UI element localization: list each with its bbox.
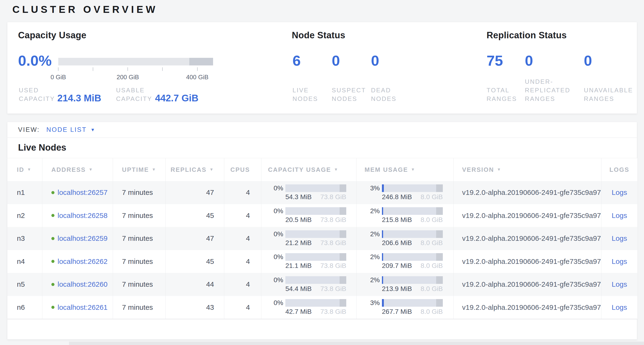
metric-label: SUSPECTNODES bbox=[332, 86, 366, 103]
usage-bar bbox=[286, 276, 346, 284]
column-header-address[interactable]: ADDRESS▼ bbox=[42, 158, 113, 181]
usage-used-value: 20.5 MiB bbox=[286, 216, 312, 224]
chevron-down-icon: ▼ bbox=[90, 127, 96, 133]
usage-values: 54.3 MiB73.8 GiB bbox=[286, 193, 346, 201]
address-link[interactable]: localhost:26259 bbox=[58, 234, 108, 242]
cell-mem-usage: 2%213.9 MiB8.0 GiB bbox=[356, 273, 454, 296]
column-header-replicas[interactable]: REPLICAS▼ bbox=[166, 158, 224, 181]
cell-address: localhost:26260 bbox=[42, 273, 113, 296]
usage-bar-fill bbox=[382, 230, 383, 238]
logs-link[interactable]: Logs bbox=[612, 303, 627, 311]
usage-bar-reserved-segment bbox=[340, 184, 346, 192]
cell-cpus: 4 bbox=[224, 273, 261, 296]
cell-replicas: 45 bbox=[166, 204, 224, 227]
cell-mem-usage: 3%267.7 MiB8.0 GiB bbox=[356, 296, 454, 319]
metric-label-line: SUSPECT bbox=[332, 86, 366, 95]
column-header-label: REPLICAS bbox=[170, 166, 206, 173]
logs-link[interactable]: Logs bbox=[612, 257, 627, 265]
metric-label-line: UNAVAILABLE bbox=[584, 86, 633, 95]
live-nodes-title: Live Nodes bbox=[18, 143, 66, 153]
address-link[interactable]: localhost:26257 bbox=[58, 188, 108, 197]
usage-bar-line: 2% bbox=[364, 230, 443, 238]
logs-link[interactable]: Logs bbox=[612, 234, 627, 242]
column-header-capacity[interactable]: CAPACITY USAGE▼ bbox=[261, 158, 356, 181]
table-row: n5localhost:262607 minutes4440%54.4 MiB7… bbox=[7, 273, 637, 296]
usage-percent-label: 3% bbox=[364, 184, 380, 192]
cell-node-id: n5 bbox=[7, 273, 42, 296]
view-mode-dropdown[interactable]: NODE LIST ▼ bbox=[46, 126, 96, 134]
stat-label-line: USED bbox=[19, 86, 55, 95]
usage-bar-line: 0% bbox=[268, 184, 346, 192]
column-header-id[interactable]: ID▼ bbox=[7, 158, 42, 181]
sort-caret-icon: ▼ bbox=[89, 167, 93, 172]
version-text: v19.2.0-alpha.20190606-2491-gfe735c9a97 bbox=[462, 257, 601, 265]
capacity-usage-bar bbox=[58, 58, 213, 66]
usage-total-value: 73.8 GiB bbox=[320, 193, 346, 201]
column-header-label: ADDRESS bbox=[51, 166, 86, 173]
usage-bar-fill bbox=[382, 299, 384, 307]
column-header-uptime[interactable]: UPTIME▼ bbox=[113, 158, 166, 181]
usage-total-value: 73.8 GiB bbox=[320, 239, 346, 247]
metric-value: 0 bbox=[584, 52, 592, 69]
cell-capacity-usage: 0%21.2 MiB73.8 GiB bbox=[261, 227, 356, 250]
usage-bar bbox=[286, 184, 346, 192]
metric-value: 0 bbox=[371, 52, 379, 69]
usage-bar bbox=[382, 184, 443, 192]
cell-mem-usage: 2%206.6 MiB8.0 GiB bbox=[356, 227, 454, 250]
bottom-strip bbox=[69, 342, 644, 345]
column-header-version[interactable]: VERSION▼ bbox=[454, 158, 602, 181]
address-link[interactable]: localhost:26258 bbox=[58, 211, 108, 220]
usage-total-value: 8.0 GiB bbox=[421, 216, 443, 224]
capacity-stat-label: USEDCAPACITY bbox=[19, 86, 55, 103]
view-mode-selected: NODE LIST bbox=[46, 126, 87, 134]
usage-bar-line: 3% bbox=[364, 299, 443, 307]
usage-percent-label: 2% bbox=[364, 207, 380, 215]
cell-logs: Logs bbox=[602, 250, 637, 273]
usage-used-value: 267.7 MiB bbox=[382, 308, 412, 315]
usage-bar-fill bbox=[382, 207, 383, 215]
usage-used-value: 213.9 MiB bbox=[382, 285, 412, 293]
cell-uptime: 7 minutes bbox=[113, 181, 166, 204]
cell-logs: Logs bbox=[602, 296, 637, 319]
usage-bar-line: 0% bbox=[268, 276, 346, 284]
cell-uptime: 7 minutes bbox=[113, 296, 166, 319]
cell-node-id: n1 bbox=[7, 181, 42, 204]
logs-link[interactable]: Logs bbox=[612, 211, 627, 220]
address-link[interactable]: localhost:26262 bbox=[58, 257, 108, 265]
usage-percent-label: 0% bbox=[268, 299, 283, 307]
usage-total-value: 73.8 GiB bbox=[320, 216, 346, 224]
usage-bar-reserved-segment bbox=[340, 276, 346, 284]
cell-node-id: n2 bbox=[7, 204, 42, 227]
cluster-summary-card: Capacity Usage 0.0% 0 GiB200 GiB400 GiB … bbox=[7, 22, 637, 114]
usage-total-value: 8.0 GiB bbox=[421, 193, 443, 201]
address-link[interactable]: localhost:26260 bbox=[58, 280, 108, 288]
cell-address: localhost:26258 bbox=[42, 204, 113, 227]
live-status-dot-icon bbox=[51, 306, 54, 309]
axis-tick bbox=[197, 67, 198, 71]
stat-label-line: CAPACITY bbox=[116, 95, 152, 103]
cell-replicas: 47 bbox=[166, 227, 224, 250]
logs-link[interactable]: Logs bbox=[612, 188, 627, 197]
usage-bar-line: 2% bbox=[364, 207, 443, 215]
metric-label-line: RANGES bbox=[525, 95, 570, 103]
usage-total-value: 73.8 GiB bbox=[320, 262, 346, 270]
axis-tick-label: 400 GiB bbox=[186, 74, 208, 81]
capacity-stat-label: USABLECAPACITY bbox=[116, 86, 152, 103]
column-header-cpus: CPUS bbox=[224, 158, 261, 181]
usage-values: 20.5 MiB73.8 GiB bbox=[286, 216, 346, 224]
metric-label-line: REPLICATED bbox=[525, 86, 570, 95]
usage-bar bbox=[286, 253, 346, 261]
view-label: VIEW: bbox=[18, 126, 40, 134]
column-header-memory[interactable]: MEM USAGE▼ bbox=[356, 158, 454, 181]
address-link[interactable]: localhost:26261 bbox=[58, 303, 108, 311]
column-header-label: LOGS bbox=[610, 166, 630, 173]
stat-label-line: CAPACITY bbox=[19, 95, 55, 103]
usage-used-value: 42.7 MiB bbox=[286, 308, 312, 315]
cell-node-id: n3 bbox=[7, 227, 42, 250]
usage-bar-line: 0% bbox=[268, 299, 346, 307]
usage-total-value: 8.0 GiB bbox=[421, 285, 443, 293]
cell-mem-usage: 2%215.8 MiB8.0 GiB bbox=[356, 204, 454, 227]
axis-tick-label: 200 GiB bbox=[116, 74, 139, 81]
sort-caret-icon: ▼ bbox=[411, 167, 416, 172]
logs-link[interactable]: Logs bbox=[612, 280, 627, 288]
